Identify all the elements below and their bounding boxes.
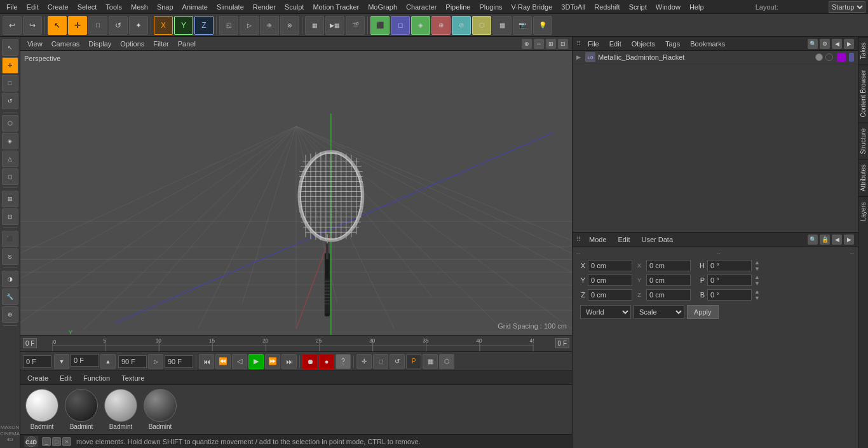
sphere-button[interactable]: ◻ <box>391 16 410 35</box>
frame-current-input[interactable] <box>71 354 99 367</box>
menu-mesh[interactable]: Mesh <box>127 2 152 12</box>
transport-icon-6[interactable]: ⬡ <box>439 354 454 369</box>
obj-menu-edit[interactable]: Edit <box>606 39 625 48</box>
mat-menu-function[interactable]: Function <box>80 374 113 383</box>
menu-vray[interactable]: V-Ray Bridge <box>508 2 557 12</box>
sidebar-btn-9[interactable]: ⊞ <box>2 191 18 207</box>
sidebar-btn-14[interactable]: 🔧 <box>2 288 18 305</box>
attr-menu-userdata[interactable]: User Data <box>639 235 677 244</box>
tab-layers[interactable]: Layers <box>858 196 868 226</box>
sidebar-btn-7[interactable]: △ <box>2 151 18 167</box>
coord-h-arrow[interactable]: ▲▼ <box>754 259 760 272</box>
undo-button[interactable]: ↩ <box>3 16 22 35</box>
mat-menu-create[interactable]: Create <box>24 374 51 383</box>
mat-item-0[interactable]: Badmint <box>24 389 60 430</box>
record-button[interactable]: ⏺ <box>302 354 318 369</box>
viewport-menu-panel[interactable]: Panel <box>175 39 199 48</box>
play-back-button[interactable]: ◁ <box>232 354 247 369</box>
x-axis-button[interactable]: X <box>154 16 173 35</box>
world-select[interactable]: World Object <box>580 305 631 319</box>
coord-x-pos-input[interactable] <box>588 260 632 271</box>
sidebar-btn-8[interactable]: ◻ <box>2 168 18 185</box>
mat-menu-texture[interactable]: Texture <box>118 374 147 383</box>
viewport-menu-filter[interactable]: Filter <box>150 39 172 48</box>
attr-icon-arrow2[interactable]: ▶ <box>844 234 854 245</box>
rotate-tool-button[interactable]: ↺ <box>109 16 128 35</box>
scale-select[interactable]: Scale <box>634 305 684 319</box>
menu-mograph[interactable]: MoGraph <box>364 2 401 12</box>
render-preview-button[interactable]: ▶▦ <box>325 16 344 35</box>
edges-mode-button[interactable]: ⊕ <box>260 16 279 35</box>
sidebar-btn-2[interactable]: ✛ <box>2 57 18 74</box>
tab-content-browser[interactable]: Content Browser <box>858 64 868 122</box>
z-axis-button[interactable]: Z <box>194 16 214 35</box>
menu-sculpt[interactable]: Sculpt <box>281 2 308 12</box>
coord-z-size-input[interactable] <box>646 289 691 301</box>
transport-icon-5[interactable]: ▦ <box>423 354 438 369</box>
transport-icon-3[interactable]: ↺ <box>390 354 405 369</box>
btn-arrow-up[interactable]: ▲ <box>100 354 116 369</box>
coord-y-size-input[interactable] <box>646 275 691 286</box>
sidebar-btn-13[interactable]: ◑ <box>2 271 18 287</box>
menu-script[interactable]: Script <box>625 2 651 12</box>
camera-button[interactable]: 📷 <box>513 16 532 35</box>
step-fwd-button[interactable]: ⏩ <box>265 354 280 369</box>
spline-button[interactable]: ◈ <box>411 16 430 35</box>
go-to-end-button[interactable]: ⏭ <box>281 354 297 369</box>
tab-takes[interactable]: Takes <box>858 37 868 64</box>
sidebar-btn-11[interactable]: ⬛ <box>2 231 18 247</box>
obj-search-icon[interactable]: 🔍 <box>808 39 818 49</box>
obj-icon-3[interactable]: ▶ <box>844 39 854 49</box>
coord-x-size-input[interactable] <box>646 260 691 271</box>
menu-help[interactable]: Help <box>686 2 708 12</box>
render-region-button[interactable]: ▦ <box>305 16 324 35</box>
attr-icon-arrow[interactable]: ◀ <box>832 234 842 245</box>
deformer-button[interactable]: ⊘ <box>452 16 471 35</box>
vp-icon-4[interactable]: ⊡ <box>558 39 568 49</box>
transform-tool-button[interactable]: ✦ <box>129 16 148 35</box>
viewport-menu-view[interactable]: View <box>24 39 46 48</box>
redo-button[interactable]: ↪ <box>23 16 42 35</box>
menu-character[interactable]: Character <box>402 2 440 12</box>
mat-item-2[interactable]: Badmint <box>103 389 139 430</box>
coord-y-pos-input[interactable] <box>588 275 632 286</box>
play-button[interactable]: ▶ <box>248 354 264 369</box>
sidebar-btn-4[interactable]: ↺ <box>2 93 18 109</box>
nurbs-button[interactable]: ⊕ <box>431 16 451 35</box>
transport-icon-4[interactable]: P <box>406 354 421 369</box>
select-tool-button[interactable]: ↖ <box>48 16 67 35</box>
transport-icon-2[interactable]: □ <box>373 354 388 369</box>
points-mode-button[interactable]: ▷ <box>240 16 259 35</box>
attr-icon-lock[interactable]: 🔒 <box>820 234 830 245</box>
frame-preview-end-input[interactable] <box>118 355 147 368</box>
viewport-menu-cameras[interactable]: Cameras <box>48 39 83 48</box>
obj-menu-objects[interactable]: Objects <box>628 39 658 48</box>
sidebar-btn-10[interactable]: ⊟ <box>2 208 18 225</box>
window-control-max[interactable]: □ <box>52 437 61 446</box>
array-button[interactable]: ⬡ <box>472 16 491 35</box>
render-button[interactable]: 🎬 <box>346 16 365 35</box>
light-button[interactable]: 💡 <box>533 16 552 35</box>
mat-item-1[interactable]: Badmint <box>64 389 99 430</box>
sidebar-btn-12[interactable]: S <box>2 248 18 265</box>
polys-mode-button[interactable]: ⊗ <box>280 16 299 35</box>
sidebar-btn-3[interactable]: □ <box>2 75 18 92</box>
vp-icon-1[interactable]: ⊕ <box>522 39 532 49</box>
y-axis-button[interactable]: Y <box>174 16 193 35</box>
mat-menu-edit[interactable]: Edit <box>57 374 75 383</box>
menu-file[interactable]: File <box>3 2 22 12</box>
move-tool-button[interactable]: ✛ <box>68 16 87 35</box>
coord-b-arrow[interactable]: ▲▼ <box>754 288 760 301</box>
attr-icon-search[interactable]: 🔍 <box>808 234 818 245</box>
menu-3dtoall[interactable]: 3DToAll <box>557 2 589 12</box>
obj-dot-left[interactable] <box>815 53 823 61</box>
coord-p-arrow[interactable]: ▲▼ <box>754 274 760 287</box>
menu-edit[interactable]: Edit <box>23 2 43 12</box>
obj-menu-bookmarks[interactable]: Bookmarks <box>687 39 728 48</box>
go-to-start-button[interactable]: ⏮ <box>199 354 214 369</box>
apply-button[interactable]: Apply <box>687 305 719 319</box>
vp-icon-2[interactable]: ↔ <box>534 39 544 49</box>
obj-row-racket[interactable]: ▶ L0 Metallic_Badminton_Racket <box>573 51 858 64</box>
menu-motion-tracker[interactable]: Motion Tracker <box>309 2 363 12</box>
mat-item-3[interactable]: Badmint <box>142 389 178 430</box>
